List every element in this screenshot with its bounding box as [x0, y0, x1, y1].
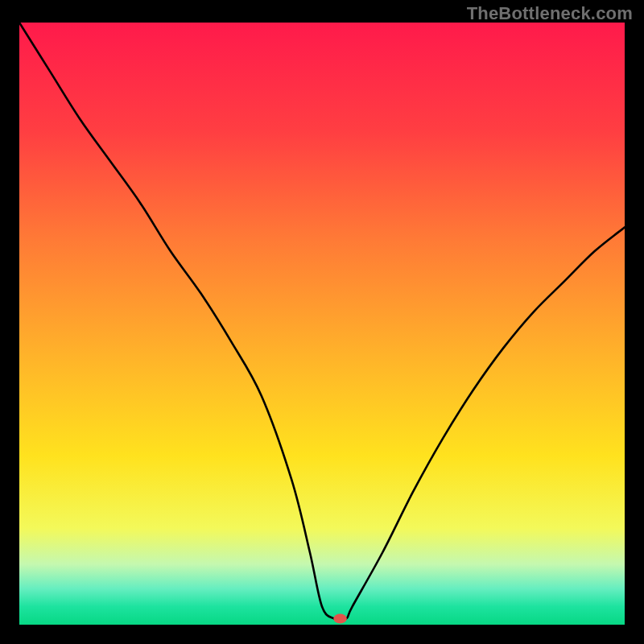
bottleneck-curve-path — [19, 23, 625, 620]
curve-layer — [19, 23, 625, 625]
optimal-marker — [333, 614, 347, 624]
chart-container: TheBottleneck.com — [0, 0, 644, 644]
watermark-text: TheBottleneck.com — [467, 3, 633, 24]
plot-area — [19, 23, 625, 625]
